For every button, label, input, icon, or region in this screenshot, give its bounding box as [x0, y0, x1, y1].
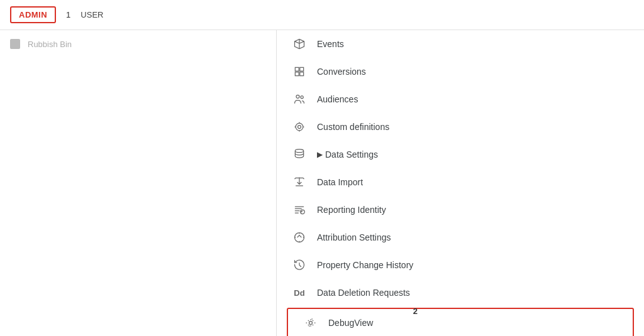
rubbish-label: Rubbish Bin: [28, 40, 72, 49]
step2-annotation: 2: [413, 306, 418, 316]
conversions-label: Conversions: [317, 67, 366, 77]
menu-item-debugview[interactable]: DebugView: [287, 308, 634, 336]
events-icon: [292, 36, 307, 51]
step1-annotation: 1: [66, 10, 70, 19]
header: ADMIN 1 USER: [0, 0, 644, 30]
audiences-icon: [292, 92, 307, 107]
debugview-label: DebugView: [328, 318, 373, 328]
arrow-icon: ▶: [317, 150, 323, 159]
conversions-icon: [292, 64, 307, 79]
reporting-identity-label: Reporting Identity: [317, 205, 386, 215]
menu-item-property-change-history[interactable]: Property Change History: [277, 251, 644, 279]
data-settings-icon: [292, 147, 307, 162]
data-import-label: Data Import: [317, 177, 363, 187]
attribution-settings-label: Attribution Settings: [317, 232, 391, 242]
menu-item-data-deletion[interactable]: Dd Data Deletion Requests: [277, 279, 644, 306]
attribution-settings-icon: [292, 230, 307, 245]
svg-point-0: [296, 95, 299, 98]
sidebar: Rubbish Bin: [0, 30, 277, 336]
debugview-icon: [303, 315, 318, 330]
menu-item-data-settings[interactable]: ▶ Data Settings: [277, 141, 644, 168]
menu-item-conversions[interactable]: Conversions: [277, 58, 644, 85]
data-deletion-label: Data Deletion Requests: [317, 288, 410, 298]
menu-item-reporting-identity[interactable]: Reporting Identity: [277, 196, 644, 224]
property-change-history-icon: [292, 257, 307, 273]
data-settings-label: Data Settings: [325, 149, 378, 160]
svg-point-3: [296, 123, 303, 131]
data-deletion-icon: Dd: [292, 285, 307, 300]
admin-tab[interactable]: ADMIN: [10, 6, 56, 23]
custom-definitions-label: Custom definitions: [317, 122, 389, 132]
menu-item-data-import[interactable]: Data Import: [277, 168, 644, 196]
reporting-identity-icon: [292, 202, 307, 217]
data-settings-label-wrap: ▶ Data Settings: [317, 149, 378, 160]
svg-point-2: [298, 126, 301, 129]
menu-item-audiences[interactable]: Audiences: [277, 85, 644, 113]
main-layout: Rubbish Bin Events Conversions Audiences: [0, 30, 644, 336]
menu-item-custom-definitions[interactable]: Custom definitions: [277, 113, 644, 141]
rubbish-icon: [10, 39, 20, 49]
menu-item-events[interactable]: Events: [277, 30, 644, 58]
property-change-history-label: Property Change History: [317, 260, 413, 270]
content-area: Events Conversions Audiences Custom defi…: [277, 30, 644, 336]
svg-point-1: [301, 96, 303, 99]
data-import-icon: [292, 175, 307, 190]
svg-point-6: [309, 322, 313, 325]
events-label: Events: [317, 39, 344, 49]
rubbish-bin-item[interactable]: Rubbish Bin: [0, 35, 276, 53]
audiences-label: Audiences: [317, 94, 358, 104]
menu-item-attribution-settings[interactable]: Attribution Settings: [277, 224, 644, 251]
svg-point-4: [295, 149, 303, 153]
user-tab[interactable]: USER: [80, 10, 103, 19]
custom-definitions-icon: [292, 119, 307, 134]
